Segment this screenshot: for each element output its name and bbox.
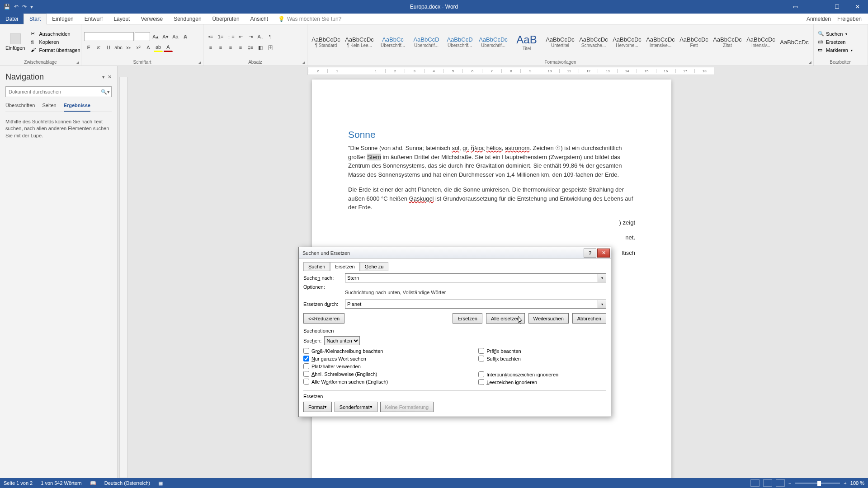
- zoom-slider[interactable]: [795, 483, 840, 484]
- subscript-button[interactable]: x₂: [124, 43, 133, 52]
- view-read-button[interactable]: [750, 479, 760, 487]
- chk-whole-word[interactable]: Nur ganzes Wort suchen: [303, 356, 388, 361]
- style-item[interactable]: AaBbCcDcSchwache...: [578, 26, 609, 58]
- underline-button[interactable]: U: [104, 43, 113, 52]
- undo-icon[interactable]: ↶: [14, 4, 19, 10]
- font-color-button[interactable]: A: [164, 43, 173, 52]
- nav-tab-headings[interactable]: Überschriften: [5, 103, 35, 112]
- search-direction-select[interactable]: Nach unten: [324, 336, 360, 345]
- paste-button[interactable]: Einfügen: [3, 26, 28, 58]
- tab-layout[interactable]: Layout: [108, 14, 135, 24]
- zoom-in-button[interactable]: +: [844, 480, 846, 486]
- replace-input[interactable]: [345, 300, 598, 309]
- grow-font-button[interactable]: A▴: [151, 32, 160, 41]
- tab-view[interactable]: Ansicht: [245, 14, 274, 24]
- format-button[interactable]: Format ▾: [303, 402, 332, 412]
- status-page[interactable]: Seite 1 von 2: [4, 480, 33, 486]
- increase-indent-button[interactable]: ⇥: [246, 32, 255, 41]
- tab-start[interactable]: Start: [24, 14, 47, 24]
- bullets-button[interactable]: •≡: [206, 32, 215, 41]
- shading-button[interactable]: ◧: [256, 43, 265, 52]
- style-item[interactable]: AaBTitel: [511, 26, 542, 58]
- clear-format-button[interactable]: A̷: [181, 32, 190, 41]
- shrink-font-button[interactable]: A▾: [161, 32, 170, 41]
- ribbon-options-icon[interactable]: ▭: [785, 0, 806, 14]
- qat-more-icon[interactable]: ▾: [30, 4, 33, 10]
- zoom-level[interactable]: 100 %: [850, 480, 864, 486]
- find-next-button[interactable]: Weitersuchen: [528, 313, 569, 324]
- style-item[interactable]: AaBbCcDÜberschrif...: [444, 26, 476, 58]
- nav-tab-pages[interactable]: Seiten: [42, 103, 56, 112]
- chk-ignore-whitespace[interactable]: Leerzeichen ignorieren: [478, 379, 558, 385]
- decrease-indent-button[interactable]: ⇤: [236, 32, 245, 41]
- status-proof-icon[interactable]: 📖: [90, 480, 96, 486]
- style-item[interactable]: AaBbCcDcFett: [678, 26, 710, 58]
- dialog-close-icon[interactable]: ✕: [597, 249, 610, 258]
- style-item[interactable]: AaBbCcDcUntertitel: [544, 26, 576, 58]
- tab-design[interactable]: Entwurf: [79, 14, 108, 24]
- find-input[interactable]: [345, 273, 598, 282]
- save-icon[interactable]: 💾: [4, 4, 10, 10]
- view-print-button[interactable]: [763, 479, 772, 487]
- redo-icon[interactable]: ↷: [22, 4, 27, 10]
- text-effects-button[interactable]: A: [144, 43, 153, 52]
- italic-button[interactable]: K: [94, 43, 103, 52]
- status-words[interactable]: 1 von 542 Wörtern: [41, 480, 82, 486]
- status-language[interactable]: Deutsch (Österreich): [104, 480, 150, 486]
- chk-word-forms[interactable]: Alle Wortformen suchen (Englisch): [303, 379, 388, 385]
- tell-me[interactable]: 💡 Was möchten Sie tun?: [278, 14, 341, 24]
- superscript-button[interactable]: x²: [134, 43, 143, 52]
- align-center-button[interactable]: ≡: [216, 43, 225, 52]
- sort-button[interactable]: A↓: [256, 32, 265, 41]
- style-item[interactable]: AaBbCcDcHervorhe...: [611, 26, 643, 58]
- change-case-button[interactable]: Aa: [171, 32, 180, 41]
- special-button[interactable]: Sonderformat ▾: [335, 402, 377, 412]
- find-dropdown-icon[interactable]: ▾: [598, 273, 606, 282]
- minimize-icon[interactable]: —: [806, 0, 826, 14]
- justify-button[interactable]: ≡: [236, 43, 245, 52]
- less-button[interactable]: << Reduzieren: [303, 313, 344, 324]
- tab-insert[interactable]: Einfügen: [47, 14, 79, 24]
- tab-file[interactable]: Datei: [0, 14, 24, 24]
- tab-review[interactable]: Überprüfen: [207, 14, 245, 24]
- style-item[interactable]: AaBbCcÜberschrif...: [377, 26, 409, 58]
- style-item[interactable]: AaBbCcDc¶ Standard: [310, 26, 342, 58]
- tab-references[interactable]: Verweise: [135, 14, 168, 24]
- find-button[interactable]: 🔍Suchen▾: [816, 30, 854, 38]
- align-right-button[interactable]: ≡: [226, 43, 235, 52]
- strike-button[interactable]: abc: [114, 43, 123, 52]
- nav-search-icon[interactable]: 🔍▾: [99, 87, 111, 97]
- style-item[interactable]: AaBbCcDcIntensive...: [645, 26, 676, 58]
- nav-close-icon[interactable]: ✕: [108, 74, 112, 80]
- chk-prefix[interactable]: Präfix beachten: [478, 348, 558, 354]
- highlight-button[interactable]: ab: [154, 43, 163, 52]
- dialog-tab-replace[interactable]: Ersetzen: [330, 262, 359, 271]
- copy-button[interactable]: ⎘Kopieren: [29, 38, 81, 46]
- dialog-tab-find[interactable]: Suchen: [303, 262, 330, 271]
- borders-button[interactable]: 田: [266, 43, 275, 52]
- style-item[interactable]: AaBbCcDcÜberschrif...: [477, 26, 509, 58]
- nav-tab-results[interactable]: Ergebnisse: [64, 103, 90, 112]
- numbering-button[interactable]: 1≡: [216, 32, 225, 41]
- tab-mailings[interactable]: Sendungen: [168, 14, 207, 24]
- replace-all-button[interactable]: Alle ersetzen: [486, 313, 525, 324]
- chk-sounds-like[interactable]: Ähnl. Schreibweise (Englisch): [303, 371, 388, 377]
- align-left-button[interactable]: ≡: [206, 43, 215, 52]
- bold-button[interactable]: F: [84, 43, 93, 52]
- nav-search-input[interactable]: [6, 87, 99, 97]
- dialog-help-icon[interactable]: ?: [584, 249, 596, 258]
- style-item[interactable]: AaBbCcDc: [778, 26, 810, 58]
- format-painter-button[interactable]: 🖌Format übertragen: [29, 47, 81, 54]
- font-size-input[interactable]: [135, 32, 150, 41]
- font-name-input[interactable]: [84, 32, 134, 41]
- view-web-button[interactable]: [776, 479, 785, 487]
- styles-gallery[interactable]: AaBbCcDc¶ StandardAaBbCcDc¶ Kein Lee...A…: [307, 24, 813, 60]
- style-item[interactable]: AaBbCcDcIntensiv...: [745, 26, 777, 58]
- close-icon[interactable]: ✕: [847, 0, 868, 14]
- zoom-out-button[interactable]: −: [788, 480, 791, 486]
- share-button[interactable]: Freigeben: [837, 16, 862, 22]
- dialog-tab-goto[interactable]: Gehe zu: [360, 262, 389, 271]
- font-launcher-icon[interactable]: ◢: [198, 60, 201, 65]
- replace-dropdown-icon[interactable]: ▾: [598, 300, 606, 309]
- maximize-icon[interactable]: ☐: [826, 0, 847, 14]
